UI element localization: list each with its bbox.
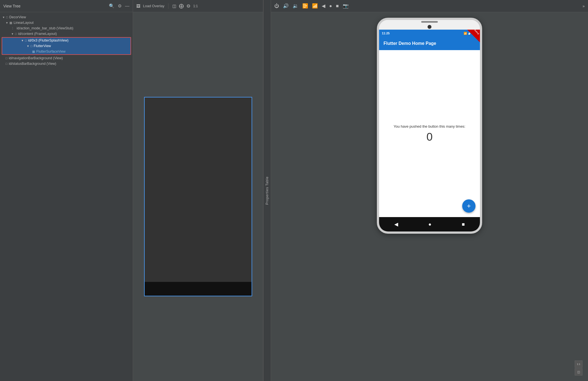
node-icon-action-bar: ⋮ bbox=[11, 27, 14, 30]
power-icon[interactable]: ⏻ bbox=[274, 3, 279, 9]
zoom-ratio-label[interactable]: 1:1 bbox=[193, 4, 198, 8]
chevron-linearlayout: ▼ bbox=[6, 21, 8, 24]
tree-item-linearlayout[interactable]: ▼ ▦ LinearLayout bbox=[0, 20, 133, 25]
phone-speaker bbox=[421, 21, 438, 23]
load-overlay-label[interactable]: Load Overlay bbox=[143, 4, 164, 8]
panel-title: View Tree bbox=[3, 4, 21, 8]
debug-badge-container: Debug bbox=[467, 30, 480, 42]
tree-label-decorview: DecorView bbox=[9, 15, 26, 19]
node-icon-fluttersurfaceview: ▦ bbox=[32, 50, 35, 53]
tree-item-decorview[interactable]: ▼ □ DecorView bbox=[0, 14, 133, 20]
node-icon-statusbar-bg: □ bbox=[6, 62, 7, 65]
tree-item-fluttersurfaceview[interactable]: ▦ FlutterSurfaceView bbox=[2, 49, 131, 54]
tree-label-flutterview: FlutterView bbox=[34, 44, 51, 48]
chevron-fluttersplashview: ▼ bbox=[21, 39, 24, 42]
load-overlay-icon: 🖼 bbox=[136, 4, 140, 8]
selected-group: ▼ □ id/0x3 (FlutterSplashView) ▼ □ Flutt… bbox=[2, 37, 131, 55]
chevron-flutterview: ▼ bbox=[27, 45, 29, 48]
back-icon[interactable]: ◀ bbox=[322, 3, 325, 9]
status-time: 11:25 bbox=[382, 32, 390, 35]
tree-item-flutterview[interactable]: ▼ □ FlutterView bbox=[2, 43, 131, 49]
screenshot-icon[interactable]: 📷 bbox=[343, 3, 349, 9]
search-icon[interactable]: 🔍 bbox=[109, 4, 114, 8]
tree-container: ▼ □ DecorView ▼ ▦ LinearLayout ⋮ id/acti… bbox=[0, 12, 133, 381]
phone-panel: 11:25 📶 ◕ ⏱ ▮ Debug Flutter Demo bbox=[271, 12, 588, 381]
minimize-icon[interactable]: — bbox=[125, 4, 129, 8]
settings-icon[interactable]: ⚙ bbox=[118, 4, 122, 8]
nav-recents[interactable]: ■ bbox=[462, 222, 465, 227]
zoom-ratio-btn[interactable]: 1:1 bbox=[575, 361, 582, 368]
phone-device: 11:25 📶 ◕ ⏱ ▮ Debug Flutter Demo bbox=[377, 18, 482, 234]
chevron-framelayout: ▼ bbox=[11, 32, 14, 35]
volume-up-icon[interactable]: 🔊 bbox=[283, 3, 289, 9]
volume-down-icon[interactable]: 🔉 bbox=[293, 3, 298, 9]
vibrate-icon[interactable]: 📴 bbox=[302, 3, 308, 9]
wifi-icon: 📶 bbox=[464, 32, 467, 35]
tree-item-fluttersplashview[interactable]: ▼ □ id/0x3 (FlutterSplashView) bbox=[2, 38, 131, 43]
phone-camera-area bbox=[379, 20, 480, 30]
preview-panel: 🖼 Load Overlay ◫ ⨁ ⊖ 1:1 bbox=[133, 0, 263, 381]
tree-label-navbar-bg: id/navigationBarBackground (View) bbox=[9, 56, 63, 60]
zoom-controls: 1:1 ◫ bbox=[575, 361, 582, 375]
phone-content: You have pushed the button this many tim… bbox=[379, 50, 480, 217]
properties-label: Properties Table bbox=[265, 176, 269, 205]
node-icon-framelayout: □ bbox=[15, 32, 17, 35]
properties-sidebar: Properties Table bbox=[263, 0, 271, 381]
tree-item-navbar-bg[interactable]: □ id/navigationBarBackground (View) bbox=[0, 55, 133, 61]
fit-screen-icon: ◫ bbox=[577, 370, 580, 374]
node-icon-flutterview: □ bbox=[30, 44, 32, 48]
top-toolbar: ⏻ 🔊 🔉 📴 📶 ◀ ● ■ 📷 » bbox=[271, 0, 588, 12]
phone-nav-bar: ◀ ● ■ bbox=[379, 217, 480, 231]
fab-button[interactable]: + bbox=[462, 199, 475, 213]
zoom-out-icon[interactable]: ⊖ bbox=[186, 3, 190, 9]
tree-label-action-bar: id/action_mode_bar_stub (ViewStub) bbox=[17, 26, 73, 30]
right-panel: ⏻ 🔊 🔉 📴 📶 ◀ ● ■ 📷 » bbox=[271, 0, 588, 381]
counter-value: 0 bbox=[426, 131, 433, 143]
zoom-in-icon[interactable]: ⨁ bbox=[179, 3, 184, 9]
preview-toolbar: 🖼 Load Overlay ◫ ⨁ ⊖ 1:1 bbox=[133, 0, 263, 12]
more-indicator[interactable]: » bbox=[582, 4, 585, 8]
zoom-ratio-text: 1:1 bbox=[577, 363, 581, 365]
chevron-decorview: ▼ bbox=[2, 16, 5, 19]
tree-label-statusbar-bg: id/statusBarBackground (View) bbox=[9, 62, 56, 66]
recents-icon[interactable]: ■ bbox=[336, 3, 339, 9]
phone-camera bbox=[428, 25, 431, 29]
nav-home[interactable]: ● bbox=[428, 222, 431, 227]
toolbar-separator bbox=[168, 3, 168, 9]
nav-back[interactable]: ◀ bbox=[394, 221, 398, 227]
header-icons: 🔍 ⚙ — bbox=[109, 4, 129, 8]
node-icon-navbar-bg: □ bbox=[6, 56, 7, 60]
phone-bottom-preview bbox=[145, 282, 252, 296]
tree-item-action-mode-bar[interactable]: ⋮ id/action_mode_bar_stub (ViewStub) bbox=[0, 25, 133, 31]
grid-icon[interactable]: ◫ bbox=[172, 4, 176, 9]
counter-label: You have pushed the button this many tim… bbox=[394, 124, 466, 128]
preview-area bbox=[133, 12, 263, 381]
tree-item-framelayout[interactable]: ▼ □ id/content (FrameLayout) bbox=[0, 31, 133, 37]
home-icon[interactable]: ● bbox=[329, 3, 332, 9]
fit-screen-btn[interactable]: ◫ bbox=[575, 368, 582, 375]
phone-status-bar: 11:25 📶 ◕ ⏱ ▮ Debug bbox=[379, 30, 480, 37]
node-icon-fluttersplashview: □ bbox=[25, 39, 27, 42]
network-icon[interactable]: 📶 bbox=[312, 3, 318, 9]
right-section: Properties Table ⏻ 🔊 🔉 📴 📶 ◀ ● ■ 📷 » bbox=[263, 0, 588, 381]
panel-header: View Tree 🔍 ⚙ — bbox=[0, 0, 133, 12]
tree-label-linearlayout: LinearLayout bbox=[14, 21, 34, 25]
tree-label-fluttersurfaceview: FlutterSurfaceView bbox=[36, 50, 65, 53]
node-icon-linearlayout: ▦ bbox=[9, 21, 12, 25]
node-icon-decorview: □ bbox=[6, 16, 8, 19]
view-tree-panel: View Tree 🔍 ⚙ — ▼ □ DecorView ▼ ▦ Linear… bbox=[0, 0, 133, 381]
phone-app-bar: Flutter Demo Home Page bbox=[379, 37, 480, 50]
fab-label: + bbox=[467, 202, 471, 210]
phone-outline bbox=[144, 97, 252, 296]
tree-label-framelayout: id/content (FrameLayout) bbox=[18, 32, 57, 36]
app-bar-title: Flutter Demo Home Page bbox=[384, 41, 436, 46]
tree-item-statusbar-bg[interactable]: □ id/statusBarBackground (View) bbox=[0, 61, 133, 66]
tree-label-fluttersplashview: id/0x3 (FlutterSplashView) bbox=[28, 38, 69, 42]
